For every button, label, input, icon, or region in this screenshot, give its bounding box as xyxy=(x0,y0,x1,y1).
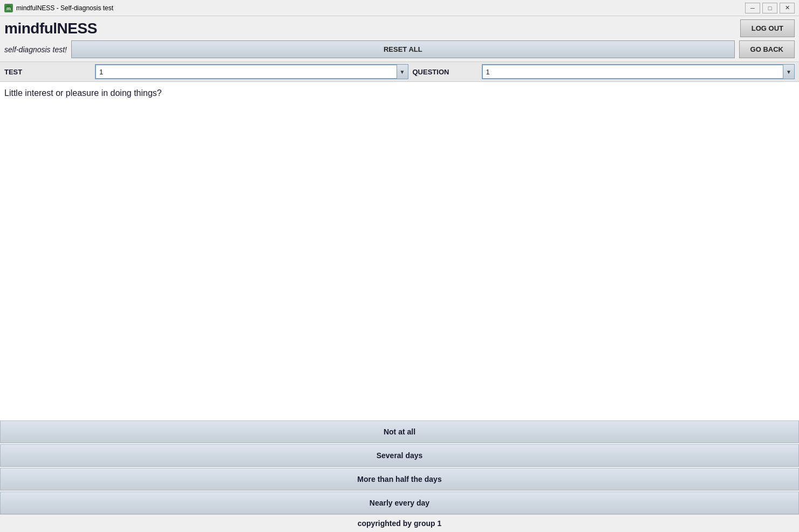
app-title: mindfulNESS xyxy=(4,20,97,37)
title-bar-left: m mindfulNESS - Self-diagnosis test xyxy=(4,4,113,12)
test-select-wrapper: 1 2 3 4 5 ▼ xyxy=(95,64,408,79)
reset-all-button[interactable]: RESET ALL xyxy=(71,40,735,58)
question-area: Little interest or pleasure in doing thi… xyxy=(0,82,799,420)
title-bar: m mindfulNESS - Self-diagnosis test ─ □ … xyxy=(0,0,799,16)
maximize-button[interactable]: □ xyxy=(762,3,777,13)
question-label: QUESTION xyxy=(413,68,477,76)
test-select[interactable]: 1 2 3 4 5 xyxy=(95,64,408,79)
subtitle: self-diagnosis test! xyxy=(4,45,67,54)
header-row: mindfulNESS LOG OUT xyxy=(0,16,799,40)
copyright-text: copyrighted by group 1 xyxy=(358,519,442,528)
question-text: Little interest or pleasure in doing thi… xyxy=(4,88,795,98)
answer-button-1[interactable]: Several days xyxy=(0,444,799,467)
answer-button-3[interactable]: Nearly every day xyxy=(0,492,799,514)
title-bar-controls: ─ □ ✕ xyxy=(745,3,795,13)
controls-row: TEST 1 2 3 4 5 ▼ QUESTION 1 2 3 4 5 6 7 … xyxy=(0,61,799,82)
answer-button-2[interactable]: More than half the days xyxy=(0,468,799,490)
minimize-button[interactable]: ─ xyxy=(745,3,760,13)
footer: copyrighted by group 1 xyxy=(0,514,799,532)
answer-button-0[interactable]: Not at all xyxy=(0,420,799,443)
window-title: mindfulNESS - Self-diagnosis test xyxy=(16,4,113,12)
logout-button[interactable]: LOG OUT xyxy=(740,19,795,37)
header-buttons: LOG OUT xyxy=(740,19,795,37)
app-container: mindfulNESS LOG OUT self-diagnosis test!… xyxy=(0,16,799,532)
question-select[interactable]: 1 2 3 4 5 6 7 8 9 xyxy=(482,64,795,79)
svg-text:m: m xyxy=(6,6,11,11)
question-select-wrapper: 1 2 3 4 5 6 7 8 9 ▼ xyxy=(482,64,795,79)
app-icon: m xyxy=(4,4,13,12)
answers-area: Not at all Several days More than half t… xyxy=(0,420,799,514)
go-back-button[interactable]: GO BACK xyxy=(739,40,795,58)
test-label: TEST xyxy=(4,68,91,76)
subtitle-row: self-diagnosis test! RESET ALL GO BACK xyxy=(0,40,799,61)
close-button[interactable]: ✕ xyxy=(780,3,795,13)
